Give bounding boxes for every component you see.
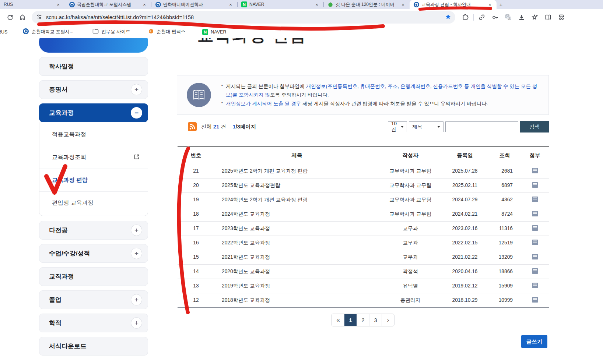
- page-body: 학사일정 증명서 + 교육과정 − 적용교육과정 교육과정조회 교육과정 편람 …: [0, 38, 603, 364]
- main-content: 교육과정 편람 게시되는 글의 본문이나 첨부파일에 개인정보(주민등록번호, …: [177, 38, 549, 364]
- svg-text:文: 文: [508, 17, 511, 20]
- submenu-item-applied-curriculum[interactable]: 적용교육과정: [39, 123, 148, 146]
- post-title-link[interactable]: 2021학년도 교육과정: [214, 250, 379, 264]
- attachment-disk-icon[interactable]: [532, 197, 538, 203]
- collapse-minus-icon[interactable]: −: [131, 107, 142, 119]
- tab-sundae-search[interactable]: 갓 나온 순대 120인분 : 네이버 ×: [324, 0, 410, 9]
- profile-incognito-icon[interactable]: [557, 13, 566, 22]
- post-title-link[interactable]: 2024학년도 교육과정: [214, 207, 379, 221]
- attachment-disk-icon[interactable]: [532, 182, 538, 189]
- post-title-link[interactable]: 2025학년도 2학기 개편 교육과정 편람: [214, 164, 379, 178]
- expand-plus-icon[interactable]: +: [131, 248, 142, 259]
- expand-plus-icon[interactable]: +: [131, 317, 142, 329]
- close-tab-icon[interactable]: ×: [55, 2, 61, 7]
- attachment-disk-icon[interactable]: [532, 225, 538, 232]
- expand-plus-icon[interactable]: +: [131, 84, 142, 95]
- attachment-disk-icon[interactable]: [532, 283, 538, 289]
- close-tab-icon[interactable]: ×: [400, 2, 406, 7]
- tab-active-curriculum[interactable]: 교육과정 편람 - 학사안내 ×: [410, 0, 497, 9]
- favorites-sparkle-icon[interactable]: [530, 13, 540, 22]
- sidebar-item-forms-download[interactable]: 서식다운로드: [39, 337, 148, 356]
- close-tab-icon[interactable]: ×: [141, 2, 147, 7]
- tab-portal-system[interactable]: 국립순천대학교 포털시스템 ×: [65, 0, 151, 9]
- first-page-button[interactable]: ‹‹: [332, 314, 344, 326]
- post-author: 교무과: [379, 236, 441, 250]
- bookmark-naver[interactable]: N NAVER: [202, 29, 226, 35]
- link-icon[interactable]: [477, 13, 487, 22]
- sidebar-item-jeungmyeongseo[interactable]: 증명서 +: [39, 80, 148, 99]
- bookmark-scnu-portal[interactable]: 순천대학교 포털시...: [23, 28, 73, 36]
- tab-title: 교육과정 편람 - 학사안내: [421, 1, 485, 8]
- new-tab-button[interactable]: +: [497, 0, 505, 9]
- close-tab-icon[interactable]: ×: [314, 2, 320, 7]
- bookmark-webfax[interactable]: 순천대 웹팩스: [148, 28, 185, 36]
- post-author: 교무과: [379, 250, 441, 264]
- attachment-disk-icon[interactable]: [532, 168, 538, 174]
- search-button[interactable]: 검색: [520, 121, 549, 132]
- reading-list-icon[interactable]: [543, 13, 553, 22]
- attachment-disk-icon[interactable]: [532, 268, 538, 275]
- attachment-disk-icon[interactable]: [532, 254, 538, 261]
- post-title-link[interactable]: 2025학년도 교육과정편람: [214, 178, 379, 192]
- post-title-link[interactable]: 2020학년도 교육과정: [214, 264, 379, 279]
- page-button-3[interactable]: 3: [369, 314, 382, 326]
- download-icon[interactable]: [517, 13, 526, 22]
- bookmark-work-folder[interactable]: 업무용 사이트: [92, 28, 130, 35]
- search-field-select[interactable]: 제목: [409, 121, 444, 132]
- tab-animation-dept[interactable]: 만화애니메이션학과 ×: [151, 0, 237, 9]
- attachment-disk-icon[interactable]: [532, 211, 538, 218]
- post-title-link[interactable]: 2018학년도 교육과정: [214, 293, 379, 307]
- page-button-2[interactable]: 2: [357, 314, 369, 326]
- sidebar-item-haksa-iljeong[interactable]: 학사일정: [39, 57, 148, 76]
- expand-plus-icon[interactable]: +: [131, 294, 142, 305]
- post-title-link[interactable]: 2019학년도 교육과정: [214, 279, 379, 293]
- sidebar-item-hakjeok[interactable]: 학적 +: [39, 314, 148, 332]
- search-input[interactable]: [445, 121, 518, 132]
- attachment-disk-icon[interactable]: [532, 240, 538, 246]
- page-button-1[interactable]: 1: [344, 314, 357, 326]
- sidebar-item-gyojik[interactable]: 교직과정: [39, 267, 148, 286]
- post-title-link[interactable]: 2022학년도 교육과정: [214, 236, 379, 250]
- page-title: 교육과정 편람: [197, 38, 307, 45]
- attachment-disk-icon[interactable]: [532, 297, 538, 304]
- table-row: 19 2024학년도 2학기 개편 교육과정 편람 교무학사과 교무팀 2024…: [178, 192, 549, 207]
- bookmarks-bar: RUS 순천대학교 포털시... 업무용 사이트 순천대 웹팩스 N NAVER: [0, 26, 603, 38]
- sidebar-item-sueop[interactable]: 수업/수강/성적 +: [39, 244, 148, 263]
- submenu-item-label: 교육과정 편람: [52, 176, 88, 184]
- address-bar[interactable]: scnu.ac.kr/haksa/na/ntt/selectNttList.do…: [32, 11, 455, 24]
- close-tab-icon[interactable]: ×: [487, 2, 493, 7]
- site-settings-icon[interactable]: [36, 14, 42, 21]
- post-number: 19: [178, 192, 214, 207]
- rss-icon[interactable]: [188, 122, 197, 131]
- notice-line-1: 게시되는 글의 본문이나 첨부파일에 개인정보(주민등록번호, 휴대폰번호, 주…: [221, 82, 542, 99]
- tab-bar: RUS × 국립순천대학교 포털시스템 × 만화애니메이션학과 × N NAVE…: [0, 0, 603, 9]
- key-icon[interactable]: [490, 13, 500, 22]
- sidebar-item-label: 졸업: [49, 296, 62, 304]
- bookmark-label: 순천대학교 포털시...: [31, 29, 73, 35]
- bookmark-rus[interactable]: RUS: [0, 29, 7, 35]
- sidebar-item-gyoyukgwajeong[interactable]: 교육과정 −: [39, 103, 148, 122]
- submenu-item-curriculum-handbook[interactable]: 교육과정 편람: [39, 169, 148, 191]
- expand-plus-icon[interactable]: +: [131, 225, 142, 236]
- page-size-select[interactable]: 10건: [388, 121, 407, 132]
- url-text[interactable]: scnu.ac.kr/haksa/na/ntt/selectNttList.do…: [46, 14, 445, 20]
- post-title-link[interactable]: 2023학년도 교육과정: [214, 221, 379, 236]
- tab-naver[interactable]: N NAVER ×: [238, 0, 323, 9]
- bookmark-star-icon[interactable]: [445, 13, 452, 22]
- tab-rus[interactable]: RUS ×: [0, 0, 65, 9]
- next-page-button[interactable]: ›: [382, 314, 394, 326]
- post-date: 2025.07.28: [441, 164, 488, 178]
- post-title-link[interactable]: 2024학년도 2학기 개편 교육과정 편람: [214, 192, 379, 207]
- write-post-button[interactable]: 글쓰기: [521, 335, 547, 348]
- extensions-icon[interactable]: [460, 13, 470, 22]
- sidebar-item-dajeongong[interactable]: 다전공 +: [39, 221, 148, 240]
- home-icon[interactable]: [17, 12, 28, 22]
- submenu-item-curriculum-lookup[interactable]: 교육과정조회: [39, 146, 148, 169]
- close-tab-icon[interactable]: ×: [228, 2, 234, 7]
- post-number: 18: [178, 207, 214, 221]
- reload-icon[interactable]: [5, 12, 15, 22]
- sidebar-item-joreop[interactable]: 졸업 +: [39, 290, 148, 309]
- translate-icon[interactable]: G文: [504, 13, 513, 22]
- table-row: 12 2018학년도 교육과정 총관리자 2018.10.29 10999: [178, 293, 549, 307]
- submenu-item-transfer-curriculum[interactable]: 편입생 교육과정: [39, 191, 148, 214]
